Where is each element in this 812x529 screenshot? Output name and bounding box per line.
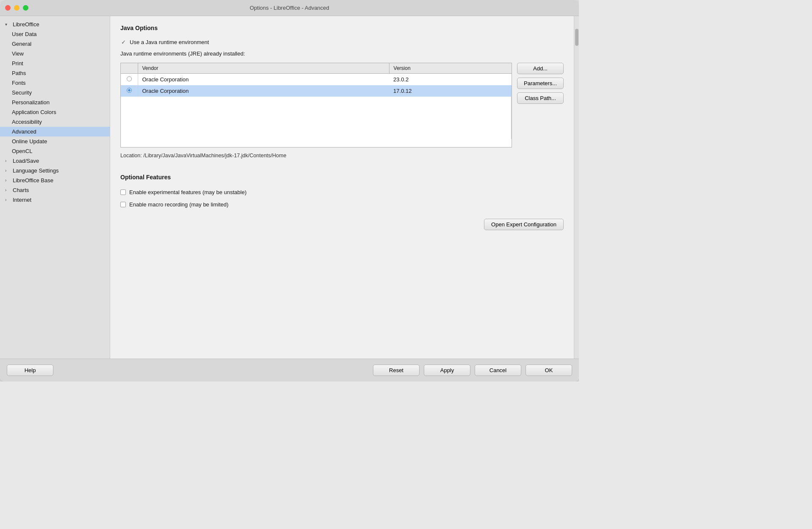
sidebar-child-label: Application Colors	[12, 109, 106, 115]
sidebar-item-security[interactable]: Security	[0, 88, 110, 97]
sidebar-child-label: Fonts	[12, 80, 106, 86]
radio-cell[interactable]	[121, 85, 138, 97]
jre-table-wrapper: Vendor Version Oracle Corporation 23.0.2	[120, 63, 512, 148]
sidebar-item-advanced[interactable]: Advanced	[0, 127, 110, 136]
table-row[interactable]: Oracle Corporation 23.0.2	[121, 74, 512, 86]
jre-empty-area	[121, 97, 512, 139]
sidebar-item-libreoffice-base[interactable]: › LibreOffice Base	[0, 175, 110, 185]
experimental-label: Enable experimental features (may be uns…	[129, 189, 247, 195]
optional-features-title: Optional Features	[120, 174, 564, 181]
vendor-cell: Oracle Corporation	[138, 74, 389, 86]
sidebar-item-paths[interactable]: Paths	[0, 68, 110, 78]
macro-recording-checkbox[interactable]	[120, 202, 126, 207]
sidebar-item-view[interactable]: View	[0, 49, 110, 58]
sidebar-item-application-colors[interactable]: Application Colors	[0, 107, 110, 117]
sidebar-item-general[interactable]: General	[0, 39, 110, 49]
radio-selected[interactable]	[127, 88, 132, 93]
sidebar-child-label: Paths	[12, 70, 106, 76]
radio-cell[interactable]	[121, 74, 138, 86]
add-button[interactable]: Add...	[517, 63, 564, 74]
maximize-button[interactable]	[23, 5, 28, 11]
col-header-radio	[121, 63, 138, 74]
sidebar-item-opencl[interactable]: OpenCL	[0, 146, 110, 156]
sidebar-item-label: Internet	[13, 197, 106, 203]
location-label: Location: /Library/Java/JavaVirtualMachi…	[120, 153, 564, 159]
sidebar-item-charts[interactable]: › Charts	[0, 185, 110, 195]
table-buttons: Add... Parameters... Class Path...	[517, 63, 564, 104]
bottom-left: Help	[7, 365, 373, 376]
sidebar-item-label: Charts	[13, 187, 106, 193]
apply-button[interactable]: Apply	[424, 365, 470, 376]
ok-button[interactable]: OK	[526, 365, 572, 376]
help-button[interactable]: Help	[7, 365, 53, 376]
jre-installed-label: Java runtime environments (JRE) already …	[120, 50, 564, 57]
sidebar-child-label: Advanced	[12, 128, 106, 135]
scrollbar[interactable]	[574, 16, 579, 359]
sidebar: ▾ LibreOffice User Data General View Pri…	[0, 16, 110, 359]
expand-icon: ›	[5, 198, 12, 202]
sidebar-item-language-settings[interactable]: › Language Settings	[0, 166, 110, 175]
sidebar-child-label: User Data	[12, 31, 106, 37]
sidebar-item-label: LibreOffice Base	[13, 177, 106, 184]
titlebar: Options - LibreOffice - Advanced	[0, 0, 579, 16]
expand-icon: ›	[5, 159, 12, 163]
expand-icon: ▾	[5, 22, 12, 27]
use-java-row: ✓ Use a Java runtime environment	[120, 39, 564, 45]
sidebar-item-online-update[interactable]: Online Update	[0, 136, 110, 146]
cancel-button[interactable]: Cancel	[475, 365, 521, 376]
jre-table: Vendor Version Oracle Corporation 23.0.2	[121, 63, 512, 139]
java-options-title: Java Options	[120, 25, 564, 31]
sidebar-item-accessibility[interactable]: Accessibility	[0, 117, 110, 127]
sidebar-child-label: Security	[12, 89, 106, 96]
jre-table-container: Vendor Version Oracle Corporation 23.0.2	[120, 63, 564, 148]
expert-config-button[interactable]: Open Expert Configuration	[484, 219, 564, 230]
sidebar-child-label: OpenCL	[12, 148, 106, 154]
titlebar-buttons	[5, 5, 28, 11]
sidebar-item-label: Language Settings	[13, 167, 106, 174]
experimental-checkbox[interactable]	[120, 189, 126, 195]
version-cell: 17.0.12	[389, 85, 511, 97]
sidebar-item-internet[interactable]: › Internet	[0, 195, 110, 205]
sidebar-item-load-save[interactable]: › Load/Save	[0, 156, 110, 166]
bottom-right: Reset Apply Cancel OK	[373, 365, 572, 376]
sidebar-child-label: View	[12, 50, 106, 57]
vendor-cell: Oracle Corporation	[138, 85, 389, 97]
sidebar-item-user-data[interactable]: User Data	[0, 29, 110, 39]
sidebar-item-print[interactable]: Print	[0, 58, 110, 68]
sidebar-item-personalization[interactable]: Personalization	[0, 97, 110, 107]
parameters-button[interactable]: Parameters...	[517, 78, 564, 89]
macro-recording-row: Enable macro recording (may be limited)	[120, 201, 564, 208]
java-options-section: Java Options ✓ Use a Java runtime enviro…	[120, 25, 564, 159]
app-window: Options - LibreOffice - Advanced ▾ Libre…	[0, 0, 579, 381]
reset-button[interactable]: Reset	[373, 365, 420, 376]
col-header-version: Version	[389, 63, 511, 74]
sidebar-item-libreoffice[interactable]: ▾ LibreOffice	[0, 19, 110, 29]
class-path-button[interactable]: Class Path...	[517, 92, 564, 104]
expand-icon: ›	[5, 188, 12, 192]
scrollbar-thumb[interactable]	[575, 29, 578, 46]
content-area: Java Options ✓ Use a Java runtime enviro…	[110, 16, 574, 359]
sidebar-item-fonts[interactable]: Fonts	[0, 78, 110, 88]
version-cell: 23.0.2	[389, 74, 511, 86]
window-title: Options - LibreOffice - Advanced	[250, 5, 329, 11]
expert-config-row: Open Expert Configuration	[120, 219, 564, 230]
sidebar-child-label: General	[12, 41, 106, 47]
minimize-button[interactable]	[14, 5, 19, 11]
optional-features-section: Optional Features Enable experimental fe…	[120, 174, 564, 230]
sidebar-child-label: Online Update	[12, 138, 106, 145]
use-java-label: Use a Java runtime environment	[130, 39, 209, 45]
sidebar-item-label: Load/Save	[13, 158, 106, 164]
bottom-bar: Help Reset Apply Cancel OK	[0, 359, 579, 381]
radio-unselected[interactable]	[127, 76, 132, 81]
sidebar-child-label: Accessibility	[12, 119, 106, 125]
expand-icon: ›	[5, 168, 12, 173]
main-content: ▾ LibreOffice User Data General View Pri…	[0, 16, 579, 359]
expand-icon: ›	[5, 178, 12, 183]
col-header-vendor: Vendor	[138, 63, 389, 74]
sidebar-item-label: LibreOffice	[13, 21, 106, 28]
experimental-row: Enable experimental features (may be uns…	[120, 189, 564, 195]
sidebar-child-label: Print	[12, 60, 106, 67]
table-row[interactable]: Oracle Corporation 17.0.12	[121, 85, 512, 97]
use-java-checkbox[interactable]: ✓	[120, 39, 126, 45]
close-button[interactable]	[5, 5, 11, 11]
